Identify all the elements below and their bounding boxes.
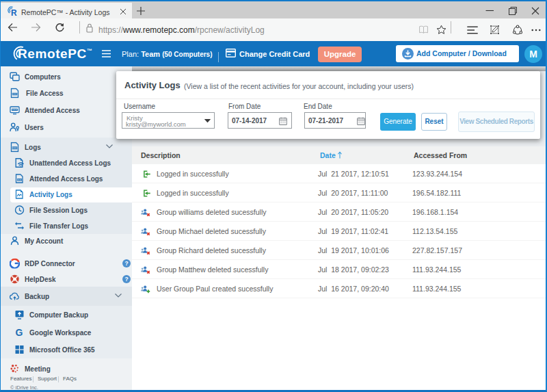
svg-text:G: G — [16, 327, 23, 337]
svg-text:R: R — [11, 8, 17, 17]
